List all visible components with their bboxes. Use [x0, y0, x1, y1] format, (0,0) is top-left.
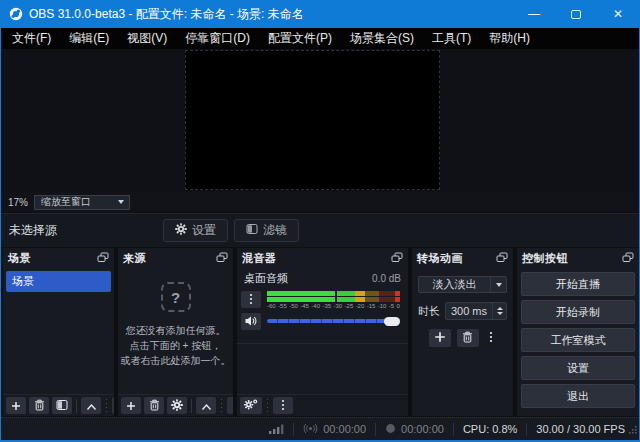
- toolbar-dotted-separator: [106, 399, 107, 413]
- statusbar-separator: [293, 423, 294, 436]
- move-source-down-button[interactable]: [227, 397, 233, 414]
- settings-button[interactable]: 设置: [521, 356, 635, 380]
- toolbar-dotted-separator: [221, 399, 222, 413]
- popout-icon[interactable]: [622, 249, 634, 267]
- remove-scene-button[interactable]: [29, 397, 49, 414]
- obs-logo-icon: [9, 7, 23, 21]
- popout-icon[interactable]: [216, 249, 228, 267]
- record-icon: [385, 423, 396, 436]
- sources-empty-state[interactable]: ? 您还没有添加任何源。 点击下面的 + 按钮， 或者右击此处添加一个。: [118, 268, 233, 368]
- menu-help[interactable]: 帮助(H): [480, 28, 539, 49]
- dual-gear-icon: [244, 397, 258, 415]
- add-source-button[interactable]: [121, 397, 141, 414]
- sources-panel: 来源 ? 您还没有添加任何源。 点击下面的 + 按钮， 或者右击此处添加一个。: [118, 248, 233, 416]
- scenes-panel: 场景 场景: [3, 248, 114, 416]
- mute-button[interactable]: [241, 313, 261, 330]
- plus-icon: [434, 329, 446, 347]
- maximize-button[interactable]: [555, 0, 597, 28]
- transition-menu-button[interactable]: [485, 329, 497, 347]
- source-filters-label: 滤镜: [263, 222, 287, 239]
- controls-panel-title: 控制按钮: [522, 251, 568, 266]
- maximize-icon: [571, 10, 581, 19]
- channel-menu-button[interactable]: [241, 291, 261, 308]
- stream-timer: 00:00:00: [303, 423, 366, 436]
- plus-icon: [11, 397, 21, 415]
- no-source-selected-label: 未选择源: [9, 222, 57, 239]
- close-button[interactable]: ✕: [597, 0, 639, 28]
- resize-grip[interactable]: [628, 420, 637, 438]
- statusbar-separator: [526, 423, 527, 436]
- mixer-divider: [237, 343, 408, 344]
- volume-slider[interactable]: [267, 315, 400, 327]
- menu-edit[interactable]: 编辑(E): [60, 28, 118, 49]
- sources-empty-line3: 或者右击此处添加一个。: [121, 353, 231, 368]
- menu-scene-collection[interactable]: 场景集合(S): [341, 28, 423, 49]
- move-scene-down-button[interactable]: [112, 397, 114, 414]
- duration-spinbox[interactable]: 300 ms: [445, 302, 507, 320]
- menu-view[interactable]: 视图(V): [118, 28, 176, 49]
- remove-source-button[interactable]: [144, 397, 164, 414]
- spin-down-icon[interactable]: [497, 312, 503, 315]
- popout-icon[interactable]: [97, 249, 109, 267]
- scene-list-item[interactable]: 场景: [6, 271, 111, 292]
- scene-preview[interactable]: [185, 50, 440, 190]
- exit-button[interactable]: 退出: [521, 384, 635, 408]
- titlebar[interactable]: OBS 31.0.0-beta3 - 配置文件: 未命名 - 场景: 未命名 —…: [1, 0, 639, 28]
- transition-select[interactable]: 淡入淡出: [418, 276, 507, 293]
- menu-file[interactable]: 文件(F): [3, 28, 60, 49]
- preview-canvas[interactable]: [1, 49, 639, 192]
- controls-panel: 控制按钮 开始直播 开始录制 工作室模式 设置 退出: [517, 248, 639, 416]
- source-properties-label: 设置: [192, 222, 216, 239]
- popout-icon[interactable]: [496, 249, 508, 267]
- trash-icon: [462, 329, 473, 347]
- add-transition-button[interactable]: [429, 329, 451, 347]
- toolbar-separator: [191, 399, 192, 413]
- chevron-up-icon: [86, 397, 97, 415]
- mixer-menu-button[interactable]: [273, 397, 293, 414]
- preview-scale-select[interactable]: 缩放至窗口: [34, 195, 130, 210]
- obs-window: OBS 31.0.0-beta3 - 配置文件: 未命名 - 场景: 未命名 —…: [0, 0, 640, 442]
- source-filters-button[interactable]: 滤镜: [234, 219, 299, 242]
- audio-channel-db: 0.0 dB: [372, 273, 401, 284]
- menu-docks[interactable]: 停靠窗口(D): [176, 28, 259, 49]
- menubar: 文件(F) 编辑(E) 视图(V) 停靠窗口(D) 配置文件(P) 场景集合(S…: [1, 28, 639, 49]
- sources-empty-line1: 您还没有添加任何源。: [121, 323, 231, 338]
- source-properties-button[interactable]: 设置: [163, 219, 228, 242]
- scenes-toolbar: [3, 394, 114, 416]
- studio-mode-button[interactable]: 工作室模式: [521, 328, 635, 352]
- transition-select-value: 淡入淡出: [419, 277, 490, 292]
- add-scene-button[interactable]: [6, 397, 26, 414]
- move-source-up-button[interactable]: [196, 397, 216, 414]
- minimize-button[interactable]: —: [513, 0, 555, 28]
- advanced-audio-button[interactable]: [240, 397, 262, 414]
- start-streaming-button[interactable]: 开始直播: [521, 272, 635, 296]
- preview-scale-label: 缩放至窗口: [41, 195, 91, 209]
- kebab-icon: [281, 397, 285, 415]
- transitions-panel-title: 转场动画: [417, 251, 463, 266]
- duration-label: 时长: [418, 304, 440, 319]
- spin-arrows[interactable]: [492, 303, 506, 319]
- source-properties-gear-button[interactable]: [167, 397, 187, 414]
- move-scene-up-button[interactable]: [81, 397, 101, 414]
- scenes-panel-title: 场景: [8, 251, 31, 266]
- chevron-down-icon: [490, 277, 506, 292]
- sources-empty-line2: 点击下面的 + 按钮，: [121, 338, 231, 353]
- statusbar: 00:00:00 00:00:00 CPU: 0.8% 30.00 / 30.0…: [1, 417, 639, 440]
- meter-bar-right: [267, 297, 400, 302]
- start-recording-button[interactable]: 开始录制: [521, 300, 635, 324]
- scene-filters-button[interactable]: [52, 397, 72, 414]
- mixer-panel-title: 混音器: [242, 251, 277, 266]
- filter-icon: [246, 223, 258, 238]
- volume-slider-handle[interactable]: [384, 317, 400, 326]
- remove-transition-button[interactable]: [457, 329, 479, 347]
- volume-meter: -60-55-50-45-40-35-30-25-20-15-10-50: [267, 291, 400, 309]
- popout-icon[interactable]: [391, 249, 403, 267]
- speaker-icon: [244, 313, 258, 331]
- statusbar-separator: [375, 423, 376, 436]
- connection-signal-icon: [268, 423, 284, 435]
- duration-value: 300 ms: [446, 305, 492, 317]
- spin-up-icon[interactable]: [497, 307, 503, 310]
- record-timer: 00:00:00: [385, 423, 444, 436]
- menu-profile[interactable]: 配置文件(P): [259, 28, 341, 49]
- menu-tools[interactable]: 工具(T): [423, 28, 480, 49]
